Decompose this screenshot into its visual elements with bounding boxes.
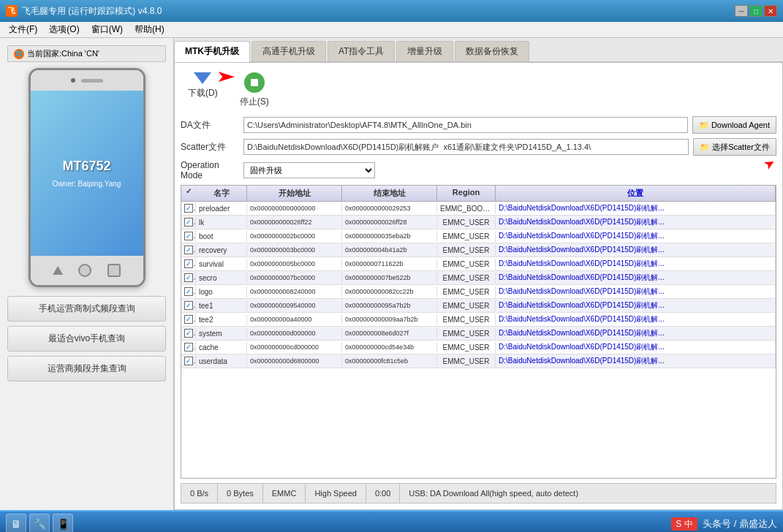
country-label: 当前国家:China 'CN': [27, 48, 99, 59]
row-check[interactable]: ✓: [181, 314, 196, 325]
taskbar-icon-1[interactable]: 🖥: [6, 514, 26, 532]
window-controls: ─ □ ✕: [735, 5, 777, 17]
row-check[interactable]: ✓: [181, 341, 196, 353]
row-end: 0x000000008e6d027f: [342, 328, 437, 338]
da-file-label: DA文件: [181, 119, 239, 132]
data-table: ✓ 名字 开始地址 结束地址 Region 位置 ✓ preloader 0x0…: [181, 185, 776, 479]
status-mode: High Speed: [306, 484, 366, 503]
row-name: tee1: [196, 300, 247, 311]
phone-top-bar: [31, 70, 143, 91]
table-body: ✓ preloader 0x0000000000000000 0x0000000…: [181, 202, 776, 368]
row-check[interactable]: ✓: [181, 300, 196, 311]
row-name: userdata: [196, 356, 247, 367]
brand-text: 头条号 / 鼎盛达人: [703, 518, 777, 529]
row-location: D:\BaiduNetdiskDownload\X6D(PD1415D)刷机解.…: [496, 216, 776, 229]
table-row: ✓ system 0x000000000d000000 0x000000008e…: [181, 327, 776, 341]
stop-label[interactable]: 停止(S): [240, 96, 269, 108]
maximize-button[interactable]: □: [749, 5, 763, 17]
row-check[interactable]: ✓: [181, 272, 196, 284]
th-location: 位置: [496, 186, 776, 201]
tab-at-command[interactable]: AT指令工具: [328, 41, 395, 61]
row-check[interactable]: ✓: [181, 258, 196, 270]
taskbar-icon-2[interactable]: 🔧: [29, 514, 50, 532]
row-check[interactable]: ✓: [181, 230, 196, 242]
row-check[interactable]: ✓: [181, 202, 196, 214]
th-start: 开始地址: [247, 186, 342, 201]
menu-file[interactable]: 文件(F): [3, 22, 43, 37]
row-location: D:\BaiduNetdiskDownload\X6D(PD1415D)刷机解.…: [496, 202, 776, 215]
row-name: tee2: [196, 314, 247, 325]
row-end: 0x00000000035eba2b: [342, 231, 437, 241]
row-check[interactable]: ✓: [181, 244, 196, 256]
menu-window[interactable]: 窗口(W): [86, 22, 129, 37]
row-check[interactable]: ✓: [181, 355, 196, 367]
download-label[interactable]: 下载(D): [188, 87, 218, 99]
row-location: D:\BaiduNetdiskDownload\X6D(PD1415D)刷机解.…: [496, 243, 776, 256]
row-location: D:\BaiduNetdiskDownload\X6D(PD1415D)刷机解.…: [496, 341, 776, 354]
row-location: D:\BaiduNetdiskDownload\X6D(PD1415D)刷机解.…: [496, 327, 776, 340]
taskbar: 🖥 🔧 📱 S 中 头条号 / 鼎盛达人: [0, 510, 783, 532]
scatter-file-input[interactable]: [243, 139, 689, 155]
minimize-button[interactable]: ─: [735, 5, 748, 17]
row-location: D:\BaiduNetdiskDownload\X6D(PD1415D)刷机解.…: [496, 229, 776, 243]
row-start: 0x0000000003bc0000: [247, 245, 342, 255]
row-location: D:\BaiduNetdiskDownload\X6D(PD1415D)刷机解.…: [496, 354, 776, 368]
da-file-row: DA文件 📁 Download Agent: [181, 116, 776, 134]
row-check[interactable]: ✓: [181, 286, 196, 297]
carrier-union-query-button[interactable]: 运营商频段并集查询: [7, 356, 166, 381]
row-name: logo: [196, 286, 247, 297]
row-end: 0x00000000fc81c5eb: [342, 356, 437, 366]
row-check[interactable]: ✓: [181, 327, 196, 339]
row-location: D:\BaiduNetdiskDownload\X6D(PD1415D)刷机解.…: [496, 285, 776, 298]
window-title: 飞毛腿专用 (运行时跟踪模式) v4.8.0: [22, 5, 162, 18]
row-start: 0x000000000a40000: [247, 314, 342, 324]
row-start: 0x0000000009540000: [247, 300, 342, 311]
taskbar-icon-3[interactable]: 📱: [53, 514, 73, 532]
tab-mtk[interactable]: MTK手机升级: [174, 41, 250, 62]
menu-help[interactable]: 帮助(H): [129, 22, 170, 37]
row-region: EMMC_USER: [437, 286, 496, 297]
operation-mode-label: Operation Mode: [181, 160, 239, 180]
phone-menu-btn: [107, 264, 121, 277]
row-start: 0x0000000000000000: [247, 203, 342, 213]
phone-home-btn: [78, 264, 91, 277]
row-end: 0x000000000cd54e34b: [342, 342, 437, 352]
row-check[interactable]: ✓: [181, 216, 196, 228]
title-bar-left: 飞 飞毛腿专用 (运行时跟踪模式) v4.8.0: [6, 5, 162, 18]
status-message: USB: DA Download All(high speed, auto de…: [400, 484, 776, 503]
select-scatter-button[interactable]: 📁 选择Scatter文件: [693, 138, 776, 156]
vivo-best-query-button[interactable]: 最适合vivo手机查询: [7, 326, 166, 352]
close-button[interactable]: ✕: [764, 5, 777, 17]
row-name: survival: [196, 259, 247, 270]
table-row: ✓ cache 0x000000000cd000000 0x000000000c…: [181, 341, 776, 354]
scatter-file-label: Scatter文件: [181, 141, 239, 153]
download-agent-button[interactable]: 📁 Download Agent: [692, 116, 776, 134]
menu-options[interactable]: 选项(O): [43, 22, 85, 37]
tab-backup[interactable]: 数据备份恢复: [455, 41, 529, 61]
row-end: 0x000000000026ff28: [342, 217, 437, 227]
row-start: 0x000000000d000000: [247, 328, 342, 338]
carrier-freq-query-button[interactable]: 手机运营商制式频段查询: [7, 296, 166, 322]
stop-inner-icon: [251, 79, 258, 86]
row-start: 0x000000000d6800000: [247, 356, 342, 366]
country-icon: 🌐: [14, 49, 24, 59]
tab-qualcomm[interactable]: 高通手机升级: [251, 41, 326, 61]
row-name: boot: [196, 231, 247, 242]
row-region: EMMC_USER: [437, 356, 496, 367]
phone-back-btn: [53, 266, 63, 275]
operation-mode-row: Operation Mode 固件升级: [181, 160, 776, 180]
row-region: EMMC_USER: [437, 314, 496, 325]
table-header: ✓ 名字 开始地址 结束地址 Region 位置: [181, 186, 776, 202]
tab-incremental[interactable]: 增量升级: [396, 41, 453, 61]
operation-mode-select[interactable]: 固件升级: [243, 162, 375, 178]
phone-bottom-bar: [31, 256, 143, 285]
row-location: D:\BaiduNetdiskDownload\X6D(PD1415D)刷机解.…: [496, 271, 776, 284]
download-arrow-icon: [194, 72, 211, 84]
left-buttons: 手机运营商制式频段查询 最适合vivo手机查询 运营商频段并集查询: [7, 296, 166, 381]
row-end: 0x0000000007be522b: [342, 273, 437, 283]
da-file-input[interactable]: [243, 117, 688, 133]
row-name: secro: [196, 273, 247, 284]
row-end: 0x0000000000029253: [342, 203, 437, 213]
folder2-icon: 📁: [700, 142, 710, 152]
phone-frame: MT6752 Owner: Baiping.Yang: [29, 68, 145, 287]
